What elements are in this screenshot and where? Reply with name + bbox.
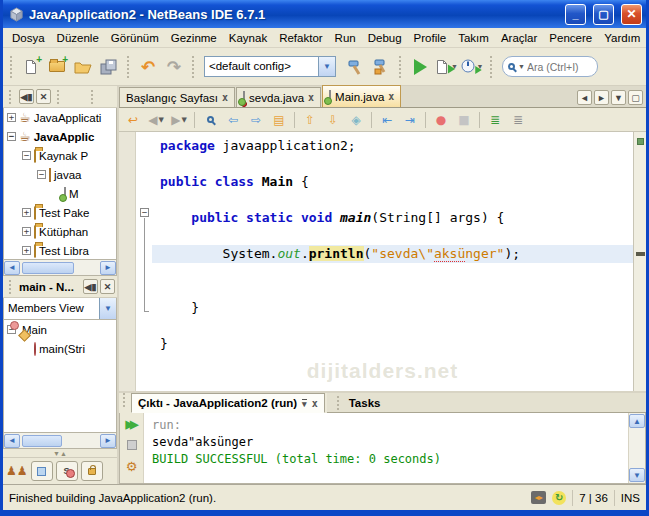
config-combobox[interactable]: <default config> ▼ (204, 56, 336, 77)
menu-item-run[interactable]: Run (329, 30, 362, 46)
minimize-window-icon[interactable]: ▾ (302, 399, 307, 408)
tree-item-javaa[interactable]: −javaa (4, 165, 116, 184)
tree-item-test-pake[interactable]: +Test Pake (4, 203, 116, 222)
tree-item-test-libra[interactable]: +Test Libra (4, 241, 116, 260)
collapse-icon[interactable]: − (7, 132, 16, 141)
minimize-button[interactable]: _ (565, 4, 586, 25)
stop-icon[interactable] (123, 437, 141, 453)
search-input[interactable] (527, 61, 585, 73)
toggle-highlight-button[interactable]: ▤ (268, 110, 290, 130)
fold-collapse-icon[interactable]: − (140, 208, 149, 217)
close-icon[interactable]: x (308, 92, 314, 103)
undo-button[interactable]: ↶ (135, 54, 161, 80)
tree-item-javaapplicati[interactable]: +☕JavaApplicati (4, 108, 116, 127)
menu-item-gezinme[interactable]: Gezinme (165, 30, 223, 46)
code-line[interactable]: public static void main(String[] args) { (152, 209, 633, 227)
menu-item-d-zenle[interactable]: Düzenle (51, 30, 105, 46)
maximize-window-icon[interactable]: ▢ (628, 90, 643, 105)
collapse-icon[interactable]: − (37, 170, 46, 179)
current-line-indicator[interactable] (636, 252, 645, 256)
start-macro-recording-button[interactable]: ● (430, 110, 452, 130)
redo-button[interactable]: ↷ (161, 54, 187, 80)
code-line[interactable]: } (152, 299, 633, 317)
close-icon[interactable]: x (388, 91, 394, 102)
expand-icon[interactable]: + (22, 227, 31, 236)
scroll-left-icon[interactable]: ◄ (4, 434, 20, 448)
code-line[interactable] (152, 227, 633, 245)
menu-item-g-r-n-m[interactable]: Görünüm (105, 30, 165, 46)
code-text-area[interactable]: package javaapplication2;public class Ma… (152, 132, 633, 353)
navigator-hscrollbar[interactable]: ◄ ► (3, 433, 117, 449)
expand-icon[interactable]: + (22, 246, 31, 255)
forward-button[interactable]: ▶▼ (168, 110, 190, 130)
output-tab[interactable]: Çıktı - JavaApplication2 (run) ▾ x (131, 393, 325, 413)
tree-item-main-stri[interactable]: main(Stri (4, 339, 116, 358)
tab-ba-lang-sayfas[interactable]: Başlangıç Sayfasıx (119, 87, 235, 107)
expand-icon[interactable]: + (7, 113, 16, 122)
shift-line-right-button[interactable]: ⇥ (399, 110, 421, 130)
tab-main-java[interactable]: Main.javax (322, 85, 401, 107)
navigator-tree[interactable]: −Mainmain(Stri (3, 320, 117, 433)
open-project-button[interactable] (70, 54, 96, 80)
collapse-window-icon[interactable]: ◀▮ (19, 89, 34, 104)
members-view-dropdown[interactable]: Members View ▼ (3, 298, 117, 320)
close-icon[interactable]: x (222, 92, 228, 103)
scroll-right-icon[interactable]: ► (100, 261, 116, 275)
chevron-down-icon[interactable]: ▼ (518, 63, 525, 70)
menu-item-yard-m[interactable]: Yardım (598, 30, 646, 46)
menu-item-dosya[interactable]: Dosya (6, 30, 51, 46)
close-button[interactable]: ✕ (621, 4, 642, 25)
output-text-area[interactable]: run:sevda"aksüngerBUILD SUCCESSFUL (tota… (144, 413, 628, 483)
code-line[interactable]: package javaapplication2; (152, 137, 633, 155)
close-icon[interactable]: ✕ (36, 89, 51, 104)
new-file-button[interactable]: + (18, 54, 44, 80)
chevron-down-icon[interactable]: ▼ (99, 298, 116, 319)
tree-item-javaapplic[interactable]: −☕JavaApplic (4, 127, 116, 146)
scroll-tabs-right-icon[interactable]: ► (594, 90, 609, 105)
stop-macro-recording-button[interactable]: ■ (453, 110, 475, 130)
scroll-down-icon[interactable]: ▼ (629, 468, 645, 482)
find-previous-button[interactable]: ⇦ (222, 110, 244, 130)
menu-item-profile[interactable]: Profile (408, 30, 453, 46)
panel-splitter-handle[interactable]: ▼▲ (3, 449, 117, 457)
previous-occurrence-button[interactable]: ⇧ (299, 110, 321, 130)
scroll-left-icon[interactable]: ◄ (4, 261, 20, 275)
show-static-members-filter[interactable]: S (56, 461, 78, 481)
close-icon[interactable]: ✕ (100, 279, 115, 294)
new-project-button[interactable]: + (44, 54, 70, 80)
maximize-button[interactable]: ▢ (593, 4, 614, 25)
menu-item-refaktor[interactable]: Refaktor (273, 30, 328, 46)
projects-hscrollbar[interactable]: ◄ ► (3, 260, 117, 276)
code-line[interactable] (152, 263, 633, 281)
comment-button[interactable]: ≣ (484, 110, 506, 130)
run-button[interactable] (407, 54, 433, 80)
collapse-icon[interactable]: − (22, 151, 31, 160)
build-button[interactable] (342, 54, 368, 80)
menu-item-ara-lar[interactable]: Araçlar (495, 30, 543, 46)
code-line[interactable]: public class Main { (152, 173, 633, 191)
scroll-up-icon[interactable]: ▲ (629, 414, 645, 428)
rerun-icon[interactable]: ▶▶ (123, 416, 141, 432)
last-edit-location-button[interactable]: ↩ (122, 110, 144, 130)
output-vscrollbar[interactable]: ▲ ▼ (628, 413, 645, 483)
tree-item-main[interactable]: −Main (4, 320, 116, 339)
scrollbar-thumb[interactable] (22, 262, 74, 274)
collapse-window-icon[interactable]: ◀▮ (83, 279, 98, 294)
error-stripe[interactable] (633, 132, 646, 391)
code-editor[interactable]: − package javaapplication2;public class … (119, 132, 646, 391)
quick-search-box[interactable]: ▼ (502, 56, 598, 77)
menu-item-debug[interactable]: Debug (362, 30, 408, 46)
show-non-public-filter[interactable] (81, 461, 103, 481)
debug-button[interactable]: ▼ (433, 54, 459, 80)
tab-list-dropdown-icon[interactable]: ▼ (611, 90, 626, 105)
scroll-tabs-left-icon[interactable]: ◄ (577, 90, 592, 105)
menu-item-tak-m[interactable]: Takım (452, 30, 495, 46)
tree-item-m[interactable]: M (4, 184, 116, 203)
show-fields-filter[interactable] (31, 461, 53, 481)
tab-sevda-java[interactable]: sevda.javax (236, 87, 321, 107)
back-button[interactable]: ◀▼ (145, 110, 167, 130)
next-occurrence-button[interactable]: ⇩ (322, 110, 344, 130)
chevron-down-icon[interactable]: ▼ (318, 57, 335, 76)
tree-item-k-t-phan[interactable]: +Kütüphan (4, 222, 116, 241)
scroll-right-icon[interactable]: ► (100, 434, 116, 448)
